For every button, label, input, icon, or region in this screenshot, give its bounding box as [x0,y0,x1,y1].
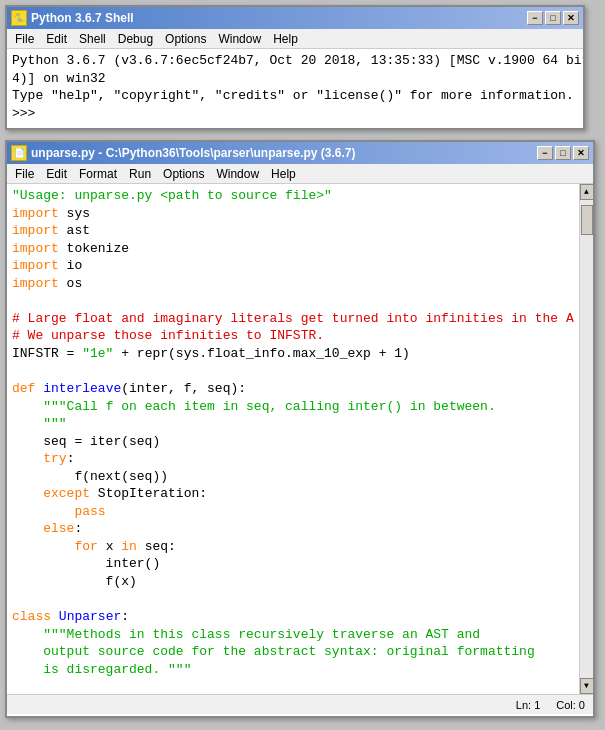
shell-output: Python 3.6.7 (v3.6.7:6ec5cf24b7, Oct 20 … [12,52,578,122]
python-icon: 🐍 [11,10,27,26]
editor-menu-options[interactable]: Options [157,166,210,182]
title-left: 🐍 Python 3.6.7 Shell [11,10,134,26]
shell-menu-bar: File Edit Shell Debug Options Window Hel… [7,29,583,49]
editor-menu-bar: File Edit Format Run Options Window Help [7,164,593,184]
shell-menu-file[interactable]: File [9,31,40,47]
editor-menu-edit[interactable]: Edit [40,166,73,182]
shell-menu-options[interactable]: Options [159,31,212,47]
editor-title-controls: − □ ✕ [537,146,589,160]
shell-content: Python 3.6.7 (v3.6.7:6ec5cf24b7, Oct 20 … [7,49,583,128]
editor-title-text: unparse.py - C:\Python36\Tools\parser\un… [31,146,356,160]
code-display: "Usage: unparse.py <path to source file>… [12,187,574,694]
editor-title-left: 📄 unparse.py - C:\Python36\Tools\parser\… [11,145,356,161]
editor-menu-window[interactable]: Window [210,166,265,182]
editor-window: 📄 unparse.py - C:\Python36\Tools\parser\… [5,140,595,718]
editor-scrollbar[interactable]: ▲ ▼ [579,184,593,694]
shell-maximize-btn[interactable]: □ [545,11,561,25]
editor-minimize-btn[interactable]: − [537,146,553,160]
editor-status-bar: Ln: 1 Col: 0 [7,694,593,714]
editor-menu-format[interactable]: Format [73,166,123,182]
scroll-thumb[interactable] [581,205,593,235]
shell-close-btn[interactable]: ✕ [563,11,579,25]
shell-title-controls: − □ ✕ [527,11,579,25]
code-text: "Usage: unparse.py <path to source file>… [12,187,574,694]
editor-menu-run[interactable]: Run [123,166,157,182]
editor-close-btn[interactable]: ✕ [573,146,589,160]
shell-window: 🐍 Python 3.6.7 Shell − □ ✕ File Edit She… [5,5,585,130]
shell-minimize-btn[interactable]: − [527,11,543,25]
editor-icon: 📄 [11,145,27,161]
status-col: Col: 0 [556,699,585,711]
shell-title-bar: 🐍 Python 3.6.7 Shell − □ ✕ [7,7,583,29]
status-ln: Ln: 1 [516,699,540,711]
shell-menu-debug[interactable]: Debug [112,31,159,47]
shell-menu-edit[interactable]: Edit [40,31,73,47]
editor-menu-help[interactable]: Help [265,166,302,182]
editor-maximize-btn[interactable]: □ [555,146,571,160]
scroll-up-btn[interactable]: ▲ [580,184,594,200]
shell-menu-help[interactable]: Help [267,31,304,47]
editor-content-area: "Usage: unparse.py <path to source file>… [7,184,593,694]
scroll-down-btn[interactable]: ▼ [580,678,594,694]
shell-menu-window[interactable]: Window [212,31,267,47]
editor-menu-file[interactable]: File [9,166,40,182]
shell-menu-shell[interactable]: Shell [73,31,112,47]
shell-title-text: Python 3.6.7 Shell [31,11,134,25]
editor-title-bar: 📄 unparse.py - C:\Python36\Tools\parser\… [7,142,593,164]
scroll-track[interactable] [580,200,593,678]
